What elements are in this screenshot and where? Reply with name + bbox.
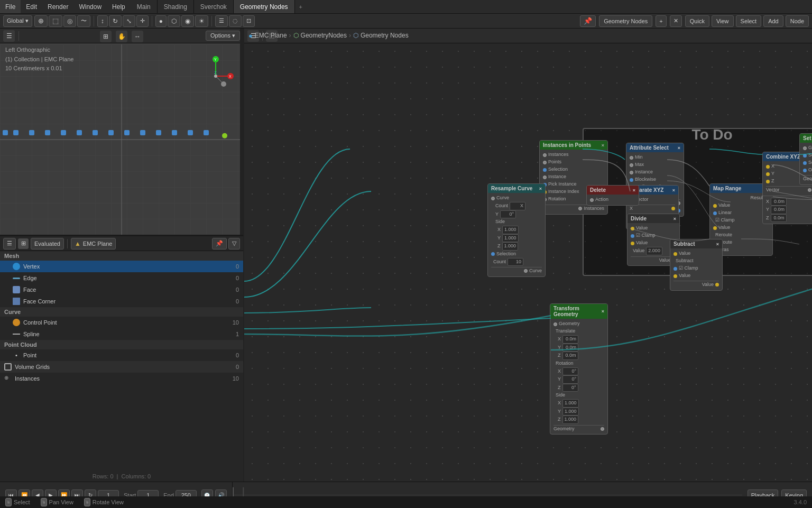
add-menu[interactable]: Add	[763, 15, 783, 27]
volume-grids-row[interactable]: Volume Grids 0	[0, 361, 243, 373]
svg-point-27	[214, 75, 217, 78]
workspace-name-display: Geometry Nodes	[599, 15, 652, 27]
socket-vec-out	[808, 188, 811, 192]
node-workspace[interactable]: To Do Instances in Points × Instances Po…	[244, 43, 812, 482]
mesh-section-header[interactable]: Mesh	[0, 251, 243, 261]
move-tool[interactable]: ↕	[97, 15, 108, 27]
socket-curve-in	[491, 197, 495, 200]
scale-tool[interactable]: ⤡	[123, 15, 135, 27]
filter-props[interactable]: ▽	[228, 238, 240, 250]
socket-cx	[766, 165, 770, 169]
menu-render[interactable]: Render	[42, 0, 73, 13]
node-delete[interactable]: Delete × Action	[586, 185, 639, 206]
viewport-shading-wire[interactable]: ⬡	[168, 15, 180, 27]
evaluated-dropdown[interactable]: Evaluated	[31, 238, 64, 250]
viewport-mode: Left Orthographic	[5, 45, 73, 55]
global-dropdown[interactable]: Global ▾	[3, 15, 32, 27]
svg-point-25	[221, 81, 226, 87]
rotate-tool[interactable]: ↻	[109, 15, 122, 27]
transform-tool[interactable]: ✛	[136, 15, 149, 27]
tab-main[interactable]: Main	[131, 0, 158, 13]
properties-panel: ☰ ⊞ Evaluated ▲ EMC Plane 📌 ▽ Mesh Verte…	[0, 235, 243, 482]
menu-window[interactable]: Window	[73, 0, 107, 13]
status-pan: 🖱 Pan View	[41, 498, 73, 506]
node-subtract[interactable]: Subtract × Value Subtract ☑ Clamp Value …	[670, 239, 723, 291]
viewport-shading-material[interactable]: ◉	[181, 15, 194, 27]
panel-resize-handle[interactable]	[240, 29, 243, 235]
menu-help[interactable]: Help	[107, 0, 131, 13]
quick-menu[interactable]: Quick	[685, 15, 709, 27]
node-transform-geometry[interactable]: Transform Geometry × Geometry Translate …	[550, 303, 608, 435]
select-menu[interactable]: Select	[736, 15, 762, 27]
spline-row[interactable]: Spline 1	[0, 328, 243, 340]
tab-geometry-nodes[interactable]: Geometry Nodes	[234, 0, 295, 13]
object-selector[interactable]: ▲ EMC Plane	[71, 238, 116, 250]
svg-rect-6	[45, 130, 50, 135]
prop-filter[interactable]: ☰	[3, 238, 16, 250]
point-cloud-section-header[interactable]: Point Cloud	[0, 340, 243, 349]
3d-toolbar: ☰ ⊞ ✋ ↔ Options ▾	[0, 29, 243, 43]
status-pan-label: Pan View	[49, 499, 73, 505]
overlay[interactable]: ◌	[229, 15, 242, 27]
svg-rect-7	[61, 130, 66, 135]
add-workspace[interactable]: +	[656, 15, 666, 27]
mesh-label: Mesh	[4, 253, 19, 259]
hand-tool-icon[interactable]: ✋	[116, 31, 127, 42]
socket-clamp	[713, 211, 717, 215]
3d-viewport[interactable]: ☰ ⊞ ✋ ↔ Options ▾	[0, 29, 243, 235]
control-point-row[interactable]: Control Point 10	[0, 317, 243, 328]
edge-label: Edge	[23, 275, 37, 281]
pan-icon[interactable]: ↔	[132, 31, 143, 42]
curve-section-header[interactable]: Curve	[0, 307, 243, 317]
tab-sverchok[interactable]: Sverchok	[194, 0, 234, 13]
add-tab-button[interactable]: +	[295, 0, 307, 13]
face-count: 0	[236, 287, 239, 293]
xray[interactable]: ⊡	[243, 15, 255, 27]
options-button[interactable]: Options ▾	[206, 31, 240, 41]
breadcrumb-geometry-nodes-obj[interactable]: ⬡ GeometryNodes	[293, 32, 347, 39]
socket-instance-as	[630, 171, 633, 174]
viewport-shading-render[interactable]: ☀	[195, 15, 208, 27]
point-row[interactable]: • Point 0	[0, 349, 243, 361]
select-circle[interactable]: ◎	[63, 15, 76, 27]
select-lasso[interactable]: 〜	[77, 15, 90, 27]
menu-edit[interactable]: Edit	[21, 0, 42, 13]
viewport-shading-solid[interactable]: ●	[155, 15, 167, 27]
status-rotate-label: Rotate View	[93, 499, 124, 505]
menu-file[interactable]: File	[0, 0, 21, 13]
face-corner-row[interactable]: Face Corner 0	[0, 295, 243, 307]
socket-points	[543, 161, 547, 164]
node-menu[interactable]: Node	[786, 15, 809, 27]
rows-label: Rows: 0	[93, 473, 114, 479]
node-set-selection[interactable]: Set Selection × Geometry Selection Selec…	[799, 133, 812, 185]
tab-shading[interactable]: Shading	[158, 0, 194, 13]
face-row[interactable]: Face 0	[0, 284, 243, 295]
node-resample-curve[interactable]: Resample Curve × Curve CountX Y0° Side X…	[487, 183, 546, 277]
socket-value2	[713, 226, 717, 230]
object-mode[interactable]: ☰	[215, 15, 228, 27]
node-divide-header: Divide ×	[628, 214, 679, 223]
pin-props[interactable]: 📌	[212, 238, 227, 250]
grid-view-icon[interactable]: ⊞	[100, 31, 112, 42]
status-bar: 🖱 Select 🖱 Pan View 🖱 Rotate View 3.4.0	[0, 496, 812, 508]
vertex-row[interactable]: Vertex 0	[0, 261, 243, 272]
pin-button[interactable]: 📌	[580, 15, 596, 27]
socket-sub-clamp	[673, 267, 677, 271]
properties-toolbar: ☰ ⊞ Evaluated ▲ EMC Plane 📌 ▽	[0, 236, 243, 251]
edge-row[interactable]: Edge 0	[0, 272, 243, 284]
breadcrumb-emc-plane[interactable]: EMC Plane	[255, 32, 287, 39]
node-delete-header: Delete ×	[587, 186, 639, 195]
cursor-tool[interactable]: ⊕	[34, 15, 48, 27]
status-select: 🖱 Select	[5, 498, 30, 506]
prop-view-icon[interactable]: ⊞	[18, 238, 29, 249]
svg-rect-12	[140, 130, 145, 135]
close-workspace[interactable]: ✕	[670, 15, 682, 27]
svg-rect-5	[29, 130, 34, 135]
menu-toggle[interactable]: ☰	[3, 30, 15, 42]
breadcrumb: ● EMC Plane › ⬡ GeometryNodes › ⬡ Geomet…	[248, 29, 409, 42]
breadcrumb-geometry-nodes-ws[interactable]: ⬡ Geometry Nodes	[353, 32, 409, 39]
instances-row[interactable]: ⊕ Instances 10	[0, 373, 243, 384]
point-label: Point	[23, 352, 36, 358]
select-box[interactable]: ⬚	[49, 15, 62, 27]
view-menu[interactable]: View	[712, 15, 734, 27]
